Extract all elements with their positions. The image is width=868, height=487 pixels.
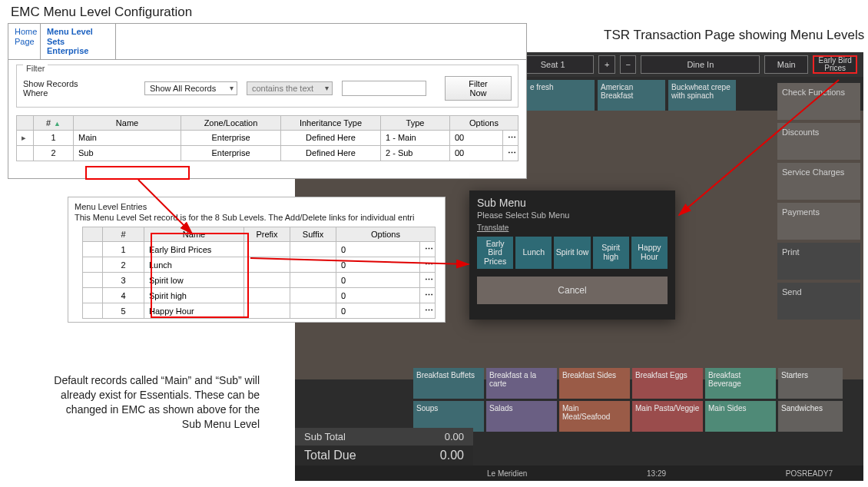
category-tile[interactable]: Main Sides bbox=[705, 401, 776, 432]
entries-title: Menu Level Entries bbox=[68, 197, 445, 213]
main-level-button[interactable]: Main bbox=[764, 55, 808, 74]
discounts-button[interactable]: Discounts bbox=[777, 123, 860, 160]
category-tile[interactable]: Breakfast a la carte bbox=[486, 368, 557, 399]
tab-home[interactable]: Home Page bbox=[8, 24, 41, 59]
dialog-button-row: Early Bird PricesLunchSpirit lowSpirit h… bbox=[469, 237, 675, 269]
submenu-option[interactable]: Spirit high bbox=[593, 237, 629, 269]
ellipsis-icon[interactable]: ⋯ bbox=[419, 257, 435, 273]
tab-menu-level-sets[interactable]: Menu Level SetsEnterprise bbox=[41, 24, 116, 59]
status-time: 13:29 bbox=[647, 469, 666, 478]
sort-asc-icon: ▲ bbox=[54, 120, 61, 128]
submenu-option[interactable]: Happy Hour bbox=[631, 237, 668, 269]
table-row[interactable]: 1Early Bird Prices0⋯ bbox=[83, 242, 436, 257]
menu-item[interactable]: Buckwheat crepe with spinach bbox=[668, 80, 736, 111]
row-pointer-icon: ▸ bbox=[17, 130, 34, 145]
emc-window: Home Page Menu Level SetsEnterprise Filt… bbox=[8, 23, 527, 179]
payments-button[interactable]: Payments bbox=[777, 203, 860, 240]
category-tile[interactable]: Main Meat/Seafood bbox=[559, 401, 630, 432]
category-tile[interactable]: Salads bbox=[486, 401, 557, 432]
contains-select[interactable]: contains the text bbox=[247, 81, 333, 95]
menu-item[interactable]: e fresh bbox=[527, 80, 595, 111]
category-tile[interactable]: Breakfast Buffets bbox=[413, 368, 484, 399]
filter-group: Filter Show Records Where Show All Recor… bbox=[16, 65, 518, 108]
table-row[interactable]: ▸ 1Main EnterpriseDefined Here 1 - Main0… bbox=[17, 130, 518, 145]
category-tile[interactable]: Sandwiches bbox=[778, 401, 843, 432]
dialog-subtitle: Please Select Sub Menu bbox=[469, 210, 675, 220]
ellipsis-icon[interactable]: ⋯ bbox=[419, 288, 435, 303]
tsr-title: TSR Transaction Page showing Menu Levels bbox=[604, 28, 864, 43]
category-tile[interactable]: Breakfast Sides bbox=[559, 368, 630, 399]
filter-now-button[interactable]: Filter Now bbox=[445, 76, 512, 101]
cancel-button[interactable]: Cancel bbox=[477, 277, 668, 304]
total-due-label: Total Due bbox=[304, 449, 356, 462]
service-charges-button[interactable]: Service Charges bbox=[777, 163, 860, 200]
dine-in-button[interactable]: Dine In bbox=[641, 55, 760, 74]
ellipsis-icon[interactable]: ⋯ bbox=[502, 130, 518, 145]
dine-minus-button[interactable]: − bbox=[620, 55, 637, 74]
submenu-dialog: Sub Menu Please Select Sub Menu Translat… bbox=[469, 190, 675, 320]
table-row[interactable]: 2Lunch0⋯ bbox=[83, 257, 436, 273]
print-button[interactable]: Print bbox=[777, 243, 860, 280]
dialog-title: Sub Menu bbox=[469, 190, 675, 210]
filter-label: Show Records Where bbox=[23, 79, 98, 98]
ellipsis-icon[interactable]: ⋯ bbox=[419, 273, 435, 288]
footnote: Default records called “Main” and “Sub” … bbox=[52, 373, 260, 432]
ellipsis-icon[interactable]: ⋯ bbox=[419, 242, 435, 257]
submenu-option[interactable]: Spirit low bbox=[554, 237, 590, 269]
table-row[interactable]: 5Happy Hour0⋯ bbox=[83, 303, 436, 319]
total-due-value: 0.00 bbox=[440, 449, 464, 462]
category-tile[interactable]: Breakfast Eggs bbox=[632, 368, 703, 399]
table-row[interactable]: 4Spirit high0⋯ bbox=[83, 288, 436, 303]
seat-plus-button[interactable]: + bbox=[598, 55, 615, 74]
entries-desc: This Menu Level Set record is for the 8 … bbox=[68, 213, 445, 227]
subtotal-value: 0.00 bbox=[445, 431, 464, 442]
category-grid: Breakfast BuffetsBreakfast a la carteBre… bbox=[413, 368, 843, 432]
menu-item[interactable]: American Breakfast bbox=[598, 80, 665, 111]
status-terminal: POSREADY7 bbox=[786, 469, 833, 478]
category-tile[interactable]: Soups bbox=[413, 401, 484, 432]
submenu-option[interactable]: Lunch bbox=[515, 237, 552, 269]
sub-level-button[interactable]: Early Bird Prices bbox=[813, 55, 857, 74]
emc-title: EMC Menu Level Configuration bbox=[11, 5, 192, 20]
ellipsis-icon[interactable]: ⋯ bbox=[502, 145, 518, 161]
filter-legend: Filter bbox=[23, 64, 48, 73]
filter-text-input[interactable] bbox=[342, 81, 426, 96]
function-column: Check Functions Discounts Service Charge… bbox=[777, 83, 860, 320]
category-tile[interactable]: Starters bbox=[778, 368, 843, 399]
entries-grid[interactable]: #NamePrefixSuffixOptions 1Early Bird Pri… bbox=[82, 227, 436, 319]
translate-link[interactable]: Translate bbox=[469, 222, 516, 237]
submenu-option[interactable]: Early Bird Prices bbox=[477, 237, 513, 269]
entries-panel: Menu Level Entries This Menu Level Set r… bbox=[68, 197, 446, 323]
status-location: Le Meridien bbox=[487, 469, 527, 478]
subtotal-label: Sub Total bbox=[304, 431, 346, 442]
ellipsis-icon[interactable]: ⋯ bbox=[419, 303, 435, 319]
category-tile[interactable]: Breakfast Beverage bbox=[705, 368, 776, 399]
send-button[interactable]: Send bbox=[777, 283, 860, 320]
check-functions-button[interactable]: Check Functions bbox=[777, 83, 860, 120]
emc-main-grid[interactable]: #▲ NameZone/LocationInheritance TypeType… bbox=[16, 115, 518, 161]
table-row[interactable]: 3Spirit low0⋯ bbox=[83, 273, 436, 288]
category-tile[interactable]: Main Pasta/Veggie bbox=[632, 401, 703, 432]
totals-area: Sub Total0.00 Total Due0.00 bbox=[295, 428, 473, 465]
table-row[interactable]: 2Sub EnterpriseDefined Here 2 - Sub00⋯ bbox=[17, 145, 518, 161]
records-select[interactable]: Show All Records bbox=[144, 81, 237, 95]
status-bar: Le Meridien 13:29 POSREADY7 bbox=[295, 465, 863, 481]
